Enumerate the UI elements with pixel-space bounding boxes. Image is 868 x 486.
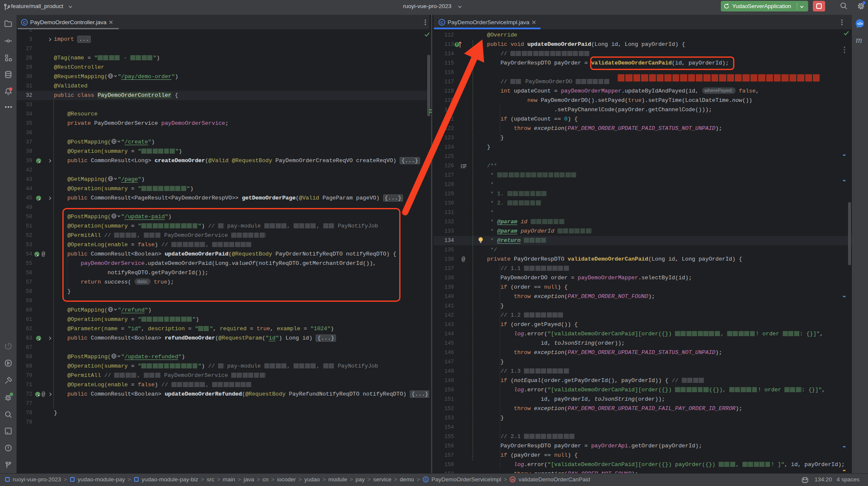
svg-text:m: m	[511, 478, 515, 482]
svg-text:C: C	[425, 478, 427, 482]
